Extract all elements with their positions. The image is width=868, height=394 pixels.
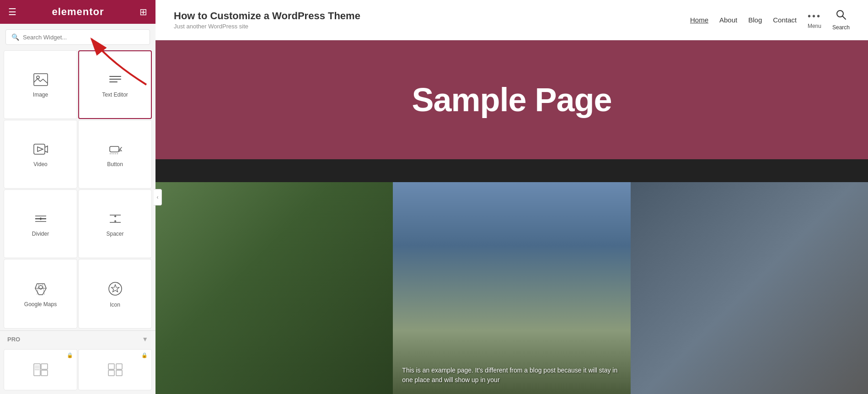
svg-point-1 [37,76,39,79]
hero-section: Sample Page [155,40,868,159]
svg-line-39 [842,16,846,20]
svg-marker-13 [39,217,42,219]
widget-spacer[interactable]: Spacer [78,189,152,258]
dark-strip [155,159,868,182]
svg-marker-6 [38,147,43,151]
widget-text-editor-label: Text Editor [102,92,128,98]
photo-gallery: This is an example page. It's different … [155,182,868,394]
gallery-cell-3 [631,182,868,394]
svg-rect-7 [110,146,119,152]
gallery-bg-2: This is an example page. It's different … [393,182,630,394]
search-button[interactable]: Search [832,9,850,31]
svg-rect-33 [108,364,114,369]
pro-label: PRO [7,336,20,343]
svg-rect-31 [41,364,48,369]
widget-video-label: Video [33,161,47,167]
lock-icon: 🔒 [67,352,73,358]
menu-label: Menu [808,23,821,29]
svg-rect-0 [34,74,48,86]
divider-icon [33,212,48,227]
site-branding: How to Customize a WordPress Theme Just … [174,10,360,30]
main-content: How to Customize a WordPress Theme Just … [155,0,868,394]
search-mag-icon: 🔍 [11,33,19,41]
widget-button[interactable]: Button [78,120,152,189]
nav-link-home[interactable]: Home [690,16,708,24]
pro-section[interactable]: PRO ▼ [0,330,155,347]
widget-divider-label: Divider [32,231,49,237]
widget-icon-label: Icon [110,302,120,308]
widget-google-maps[interactable]: Google Maps [4,259,77,329]
pro-widget-grid[interactable]: 🔒 [78,349,152,390]
gallery-cell-2: This is an example page. It's different … [393,182,630,394]
elementor-logo: elementor [52,6,104,18]
search-bar[interactable]: 🔍 [5,29,150,45]
google-maps-icon [33,282,48,297]
sidebar-header: ☰ elementor ⊞ [0,0,155,24]
widgets-grid: Image Text Editor Video [0,49,155,330]
widget-video[interactable]: Video [4,120,77,189]
nav-link-blog[interactable]: Blog [748,16,762,24]
svg-marker-20 [114,220,117,221]
site-nav: Home About Blog Contact ••• Menu Search [690,9,850,31]
pro-widget-list[interactable]: 🔒 [4,349,77,390]
image-icon [33,73,48,88]
grid-icon[interactable]: ⊞ [139,6,147,17]
gallery-text: This is an example page. It's different … [402,366,621,385]
star-icon [108,281,123,298]
video-icon [33,143,48,157]
sidebar: ☰ elementor ⊞ 🔍 Image [0,0,155,394]
lock-icon-2: 🔒 [141,352,148,358]
svg-marker-14 [39,219,42,220]
spacer-icon [108,212,123,227]
button-icon [108,143,123,157]
search-label: Search [832,24,850,31]
pro-list-icon [33,363,48,378]
site-header: How to Customize a WordPress Theme Just … [155,0,868,40]
widget-icon[interactable]: Icon [78,259,152,329]
hero-title: Sample Page [412,81,611,119]
svg-marker-19 [114,216,117,217]
pro-widgets-grid: 🔒 🔒 [0,347,155,394]
hamburger-icon[interactable]: ☰ [8,6,16,17]
widget-divider[interactable]: Divider [4,189,77,258]
widget-button-label: Button [107,161,123,167]
chevron-down-icon: ▼ [142,335,148,343]
site-tagline: Just another WordPress site [174,23,360,30]
widget-image-label: Image [33,92,48,98]
collapse-handle[interactable]: ‹ [154,189,162,205]
svg-marker-26 [111,285,119,292]
text-editor-icon [108,73,123,88]
menu-dots-icon: ••• [808,11,821,22]
widget-image[interactable]: Image [4,50,77,119]
svg-rect-34 [116,364,122,369]
widget-spacer-label: Spacer [106,231,123,237]
svg-rect-32 [41,370,48,376]
nav-link-contact[interactable]: Contact [773,16,797,24]
gallery-bg-3 [631,182,868,394]
search-input[interactable] [23,34,144,41]
gallery-bg-1 [155,182,393,394]
gallery-cell-1 [155,182,393,394]
svg-rect-36 [116,370,122,376]
collapse-icon: ‹ [157,194,159,200]
svg-point-21 [39,286,43,289]
menu-button[interactable]: ••• Menu [808,11,821,29]
nav-link-about[interactable]: About [719,16,737,24]
svg-rect-35 [108,370,114,376]
search-icon [836,9,847,23]
pro-grid-icon [108,363,123,378]
widget-google-maps-label: Google Maps [24,301,57,308]
widget-text-editor[interactable]: Text Editor [78,50,152,119]
site-title: How to Customize a WordPress Theme [174,10,360,22]
